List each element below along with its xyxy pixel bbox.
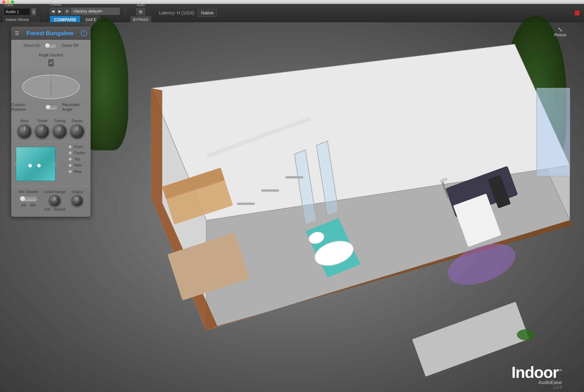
- stereo-container: ◀ ▶ ▲ ▼ Front Center Top: [11, 142, 91, 186]
- panel-header: ☰ Forest Bungalow i: [11, 27, 91, 40]
- tuning-label: Tuning: [54, 119, 65, 123]
- toggle-knob: [45, 43, 50, 48]
- plugin-panel: ☰ Forest Bungalow i Direct On Direct Off…: [11, 26, 91, 217]
- level-range-label: Level Range: [44, 190, 65, 194]
- speaker-angle-icon: 🔊: [48, 59, 54, 66]
- natural-label: Natural: [54, 208, 65, 211]
- auto-button[interactable]: [136, 8, 145, 15]
- room-3d-view: [93, 22, 584, 392]
- panel-title: Forest Bungalow: [27, 30, 74, 37]
- svg-rect-2: [139, 12, 143, 13]
- logo-text: Indoor™: [511, 365, 562, 380]
- version-text: 1.0.0: [553, 385, 562, 390]
- level-range-knob[interactable]: [49, 195, 61, 206]
- resize-label: Resize: [554, 33, 566, 37]
- native-button[interactable]: Native: [198, 9, 217, 17]
- auto-section: Auto BYPASS: [131, 3, 151, 23]
- stereo-arrow-top[interactable]: ▲: [34, 142, 38, 146]
- track-name-input[interactable]: [4, 8, 30, 15]
- rotation-toggle[interactable]: [45, 104, 58, 110]
- mic-radio-rear[interactable]: [68, 170, 72, 174]
- rotation-row: Custom Rotation Recorded Angle: [11, 101, 91, 115]
- decay-label: Decay: [72, 119, 83, 123]
- separator-1: [44, 6, 45, 20]
- track-badge: a: [32, 8, 36, 15]
- stereo-arrow-left[interactable]: ◀: [13, 162, 16, 166]
- stereo-arrow-right[interactable]: ▶: [55, 162, 58, 166]
- divider-2: [15, 116, 87, 116]
- mic-pos-center: Center: [68, 151, 85, 155]
- plugin-header: Track a Indoor Atmos Preset ◀ ▶ ⧉ <facto…: [0, 4, 584, 22]
- recorded-angle-label: Recorded Angle: [62, 102, 91, 112]
- stereo-dot-right: [37, 164, 41, 167]
- stereo-arrow-bottom[interactable]: ▼: [34, 181, 38, 186]
- svg-rect-27: [261, 190, 279, 192]
- svg-rect-28: [286, 176, 303, 178]
- mic-positions: Front Center Top Side Rear: [68, 144, 85, 176]
- mic-toggle[interactable]: [20, 196, 37, 202]
- angle-section-label: Angle Section: [11, 53, 91, 58]
- mic-pos-rear: Rear: [68, 169, 85, 174]
- mic-ms-label: MS: [30, 204, 36, 208]
- output-knob[interactable]: [72, 195, 83, 206]
- mic-system-group: Mic System AB MS: [19, 190, 38, 208]
- mic-pos-front-label: Front: [74, 144, 83, 149]
- rotation-knob: [46, 105, 51, 110]
- output-group: Output: [72, 190, 83, 206]
- mic-pos-top-label: Top: [74, 157, 80, 162]
- mic-ab-ms: AB MS: [21, 204, 36, 208]
- resize-icon: ⤡: [554, 26, 566, 33]
- mic-ab-label: AB: [21, 204, 26, 208]
- record-indicator: [575, 10, 579, 16]
- bass-group: Bass: [18, 119, 32, 139]
- logo-tm: ™: [558, 369, 562, 373]
- preset-label: Preset: [50, 2, 120, 7]
- output-label: Output: [72, 190, 83, 194]
- mic-pos-side-label: Side: [74, 163, 81, 168]
- mic-pos-side: Side: [68, 163, 85, 168]
- preset-prev-button[interactable]: ◀: [50, 8, 56, 15]
- mic-radio-side[interactable]: [68, 164, 72, 167]
- angle-dot: [50, 86, 52, 88]
- direct-on-label: Direct On: [24, 43, 40, 48]
- track-label: Track: [4, 3, 39, 7]
- mic-radio-center[interactable]: [68, 151, 72, 155]
- preset-copy-button[interactable]: ⧉: [64, 8, 70, 15]
- divider-3: [15, 141, 87, 142]
- treble-knob[interactable]: [35, 124, 49, 139]
- bass-knob[interactable]: [18, 124, 32, 139]
- flat-natural-labels: Flat Natural: [45, 208, 65, 211]
- latency-label: Latency: H (1024): [159, 10, 194, 16]
- mic-system-section: Mic System AB MS Level Range Flat Natura…: [11, 188, 91, 212]
- svg-rect-0: [139, 10, 143, 11]
- tuning-group: Tuning: [53, 119, 67, 139]
- mic-radio-front[interactable]: [68, 145, 72, 149]
- auto-label: Auto: [137, 3, 145, 7]
- preset-select[interactable]: <factory default>: [71, 8, 120, 15]
- svg-rect-26: [237, 203, 255, 205]
- flat-label: Flat: [45, 208, 51, 211]
- custom-rotation-label: Custom Rotation: [11, 102, 41, 112]
- treble-label: Treble: [37, 119, 47, 123]
- mic-pos-front: Front: [68, 144, 85, 149]
- stereo-field[interactable]: [16, 147, 56, 181]
- tuning-knob[interactable]: [53, 124, 67, 139]
- mic-pos-rear-label: Rear: [74, 169, 82, 174]
- bass-label: Bass: [20, 119, 29, 123]
- direct-toggle[interactable]: [45, 43, 57, 48]
- svg-rect-25: [537, 88, 570, 176]
- resize-button[interactable]: ⤡ Resize: [554, 26, 566, 37]
- direct-off-label: Direct Off: [62, 43, 78, 48]
- mic-pos-center-label: Center: [74, 151, 85, 155]
- mic-radio-top[interactable]: [68, 157, 72, 161]
- stereo-dot-left: [28, 164, 32, 167]
- svg-point-30: [517, 329, 535, 340]
- decay-group: Decay: [70, 119, 84, 139]
- main-content: ☰ Forest Bungalow i Direct On Direct Off…: [0, 22, 584, 392]
- info-icon[interactable]: i: [81, 30, 87, 36]
- knobs-section: Bass Treble Tuning Decay: [11, 117, 91, 140]
- menu-icon[interactable]: ☰: [15, 30, 19, 36]
- decay-knob[interactable]: [70, 124, 84, 139]
- preset-next-button[interactable]: ▶: [57, 8, 63, 15]
- treble-group: Treble: [35, 119, 49, 139]
